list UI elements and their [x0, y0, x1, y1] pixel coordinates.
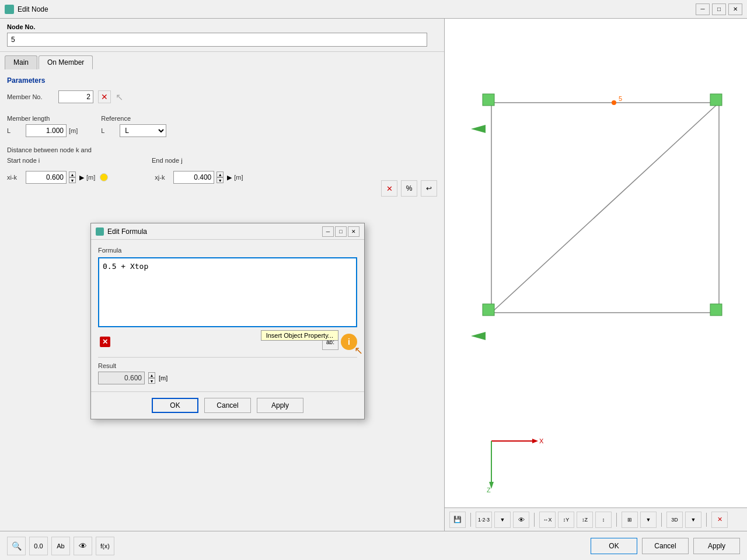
result-down[interactable]: ▼ — [148, 378, 155, 384]
main-apply-button[interactable]: Apply — [693, 538, 740, 554]
xi-k-input[interactable] — [26, 171, 67, 184]
result-up[interactable]: ▲ — [148, 372, 155, 378]
canvas-dropdown-button[interactable]: ▼ — [494, 512, 511, 528]
xi-k-group: xi-k ▲ ▼ ▶ [m] — [7, 171, 108, 184]
member-no-input[interactable] — [58, 90, 93, 103]
reference-select[interactable]: L Rel Abs — [120, 124, 166, 137]
main-ok-button[interactable]: OK — [591, 538, 637, 554]
canvas-3d-button[interactable]: 3D — [666, 512, 683, 528]
canvas-extra2-button[interactable]: ⊞ — [622, 512, 638, 528]
canvas-number-button[interactable]: 1·2·3 — [476, 512, 492, 528]
search-icon: 🔍 — [12, 541, 22, 551]
svg-text:X: X — [539, 438, 544, 444]
formula-input[interactable]: 0.5 + Xtop — [98, 257, 357, 327]
xj-k-input[interactable] — [173, 171, 214, 184]
canvas-save-button[interactable]: 💾 — [449, 512, 466, 528]
distance-section: Distance between node k and Start node i… — [7, 146, 437, 184]
distance-label: Distance between node k and — [7, 146, 437, 153]
formula-dialog-icon — [96, 228, 104, 236]
xi-k-up[interactable]: ▲ — [69, 172, 76, 177]
tab-main[interactable]: Main — [5, 55, 37, 69]
formula-cancel-button[interactable]: Cancel — [204, 398, 251, 413]
close-button[interactable]: ✕ — [728, 4, 742, 15]
formula-content: Formula 0.5 + Xtop ✕ Insert Object Prope… — [91, 240, 364, 391]
formula-icon: f(x) — [100, 542, 110, 550]
canvas-node-z-button[interactable]: ↕Z — [577, 512, 593, 528]
length-reference-cols: Member length L [m] Reference L L — [7, 115, 166, 137]
canvas-visibility-button[interactable]: 👁 — [513, 512, 529, 528]
bottom-toolbar: 🔍 0.0 Ab 👁 f(x) OK Cancel Apply — [0, 531, 747, 560]
xj-k-down[interactable]: ▼ — [217, 177, 224, 183]
xi-k-label: xi-k — [7, 174, 23, 181]
xi-k-unit: [m] — [86, 174, 95, 181]
xj-k-label: xj-k — [155, 174, 171, 181]
formula-trigger-button[interactable] — [100, 173, 108, 181]
start-node-label-row: Start node i End node j — [7, 157, 437, 164]
bottom-visibility-button[interactable]: 👁 — [74, 537, 92, 555]
node-no-section: Node No. — [0, 19, 444, 52]
undo-icon: ↩ — [426, 184, 432, 192]
result-label: Result — [98, 362, 357, 369]
maximize-button[interactable]: □ — [712, 4, 726, 15]
eye-icon: 👁 — [518, 516, 525, 523]
tab-on-member[interactable]: On Member — [39, 55, 93, 69]
app-icon — [5, 5, 14, 14]
svg-rect-7 — [483, 304, 494, 316]
member-no-clear-button[interactable]: ✕ — [98, 90, 111, 103]
bottom-number-button[interactable]: 0.0 — [29, 537, 48, 555]
formula-dialog[interactable]: Edit Formula ─ □ ✕ Formula 0.5 + Xtop ✕ — [90, 223, 365, 419]
canvas-extra1-button[interactable]: ↕ — [595, 512, 612, 528]
member-length-input[interactable] — [26, 124, 67, 137]
mouse-cursor-icon: ↖ — [354, 344, 363, 357]
xj-k-up[interactable]: ▲ — [217, 172, 224, 177]
insert-text-button[interactable]: ab: — [322, 334, 338, 350]
member-length-inputs: L [m] — [7, 124, 78, 137]
canvas-node-x-button[interactable]: ↔X — [539, 512, 556, 528]
member-length-group: Member length L [m] — [7, 115, 78, 137]
bottom-text-button[interactable]: Ab — [51, 537, 70, 555]
svg-rect-0 — [445, 38, 747, 511]
svg-rect-8 — [710, 304, 722, 316]
svg-point-3 — [612, 100, 616, 105]
bottom-left-tools: 🔍 0.0 Ab 👁 f(x) — [7, 537, 114, 555]
right-panel: 5 X Z 💾 1·2·3 — [445, 19, 747, 531]
number-icon: 0.0 — [34, 542, 43, 550]
minimize-button[interactable]: ─ — [696, 4, 710, 15]
member-length-row: Member length L [m] Reference L L — [7, 115, 437, 137]
toolbar-separator-5 — [706, 513, 707, 527]
formula-close-button[interactable]: ✕ — [348, 226, 359, 237]
clear-icon: ✕ — [101, 92, 108, 102]
svg-rect-6 — [710, 94, 722, 106]
formula-ok-button[interactable]: OK — [152, 398, 198, 413]
parameters-title: Parameters — [7, 76, 437, 85]
svg-text:5: 5 — [619, 95, 622, 102]
member-no-row: Member No. ✕ ↖ — [7, 90, 437, 103]
undo-tool-button[interactable]: ↩ — [421, 180, 437, 197]
canvas-dropdown3-button[interactable]: ▼ — [685, 512, 701, 528]
window-title: Edit Node — [18, 5, 696, 13]
percent-tool-button[interactable]: % — [401, 180, 417, 197]
formula-apply-button[interactable]: Apply — [257, 398, 303, 413]
bottom-search-button[interactable]: 🔍 — [7, 537, 26, 555]
formula-minimize-button[interactable]: ─ — [322, 226, 334, 237]
text-icon: Ab — [57, 542, 64, 550]
save-icon: 💾 — [453, 516, 462, 523]
toolbar-icons: ✕ % ↩ — [381, 180, 437, 197]
canvas-close-button[interactable]: ✕ — [711, 512, 728, 528]
formula-clear-button[interactable]: ✕ — [98, 335, 112, 349]
canvas-dropdown2-button[interactable]: ▼ — [640, 512, 657, 528]
reference-inputs: L L Rel Abs — [101, 124, 166, 137]
main-cancel-button[interactable]: Cancel — [642, 538, 689, 554]
node-no-input[interactable] — [7, 33, 427, 47]
xi-k-stepper: ▲ ▼ — [69, 172, 76, 183]
result-row: ▲ ▼ [m] — [98, 372, 357, 384]
cursor-tool-button[interactable]: ✕ — [381, 180, 397, 197]
formula-left-buttons: ✕ — [98, 335, 112, 349]
canvas-node-y-button[interactable]: ↕Y — [558, 512, 574, 528]
formula-maximize-button[interactable]: □ — [335, 226, 347, 237]
svg-text:Z: Z — [487, 487, 491, 494]
result-unit: [m] — [159, 374, 167, 382]
cursor-icon: ↖ — [116, 92, 123, 103]
xi-k-down[interactable]: ▼ — [69, 177, 76, 183]
bottom-formula-button[interactable]: f(x) — [96, 537, 114, 555]
